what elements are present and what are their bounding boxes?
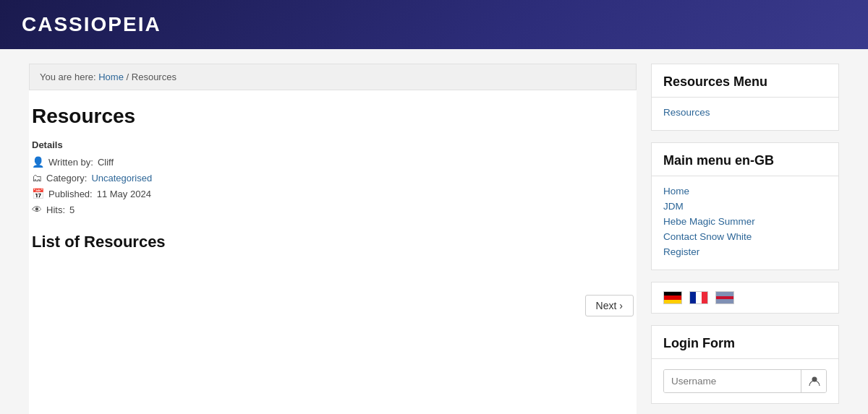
breadcrumb: You are here: Home / Resources: [29, 64, 637, 90]
main-menu-link-jdm[interactable]: JDM: [663, 199, 827, 214]
username-input[interactable]: [664, 370, 801, 392]
breadcrumb-separator: /: [127, 72, 129, 82]
written-by-label: Written by:: [48, 157, 93, 168]
hits-label: Hits:: [46, 204, 65, 215]
login-form-title: Login Form: [652, 326, 838, 359]
resources-menu-title: Resources Menu: [652, 64, 838, 98]
site-logo: CASSIOPEIA: [22, 13, 846, 36]
category-label: Category:: [46, 173, 87, 184]
hits-icon: 👁: [32, 204, 42, 215]
written-by-row: 👤 Written by: Cliff: [32, 156, 634, 168]
category-icon: 🗂: [32, 172, 42, 184]
hits-value: 5: [69, 204, 75, 215]
hits-row: 👁 Hits: 5: [32, 204, 634, 215]
published-label: Published:: [48, 189, 93, 199]
french-flag[interactable]: [689, 291, 708, 304]
page-wrapper: You are here: Home / Resources Resources…: [14, 64, 854, 414]
author-icon: 👤: [32, 156, 44, 168]
written-by-value: Cliff: [98, 157, 114, 168]
site-header: CASSIOPEIA: [0, 0, 868, 49]
published-value: 11 May 2024: [97, 189, 151, 199]
language-flags-card: [651, 282, 839, 314]
flags-body: [652, 283, 838, 313]
list-of-resources-title: List of Resources: [32, 233, 634, 251]
breadcrumb-current: Resources: [132, 72, 176, 82]
german-flag[interactable]: [663, 291, 682, 304]
username-icon: [801, 370, 827, 392]
breadcrumb-prefix: You are here:: [40, 72, 96, 82]
article-section: Resources Details 👤 Written by: Cliff 🗂 …: [29, 105, 637, 331]
main-menu-link-home[interactable]: Home: [663, 184, 827, 199]
username-input-wrap: [663, 369, 827, 393]
main-menu-link-contact-snow-white[interactable]: Contact Snow White: [663, 229, 827, 244]
calendar-icon: 📅: [32, 188, 44, 199]
published-row: 📅 Published: 11 May 2024: [32, 188, 634, 199]
main-menu-body: Home JDM Hebe Magic Summer Contact Snow …: [652, 176, 838, 269]
next-button[interactable]: Next ›: [585, 295, 634, 316]
details-label: Details: [32, 139, 634, 150]
pagination: Next ›: [32, 295, 634, 331]
main-content: You are here: Home / Resources Resources…: [29, 64, 637, 414]
main-menu-link-register[interactable]: Register: [663, 244, 827, 259]
login-form-card: Login Form: [651, 325, 839, 404]
resources-menu-body: Resources: [652, 98, 838, 130]
category-row: 🗂 Category: Uncategorised: [32, 172, 634, 184]
chevron-right-icon: ›: [619, 300, 623, 311]
article-title: Resources: [32, 105, 634, 128]
next-button-label: Next: [596, 300, 617, 311]
resources-menu-card: Resources Menu Resources: [651, 64, 839, 131]
english-flag[interactable]: [715, 291, 734, 304]
main-menu-link-hebe[interactable]: Hebe Magic Summer: [663, 214, 827, 229]
sidebar: Resources Menu Resources Main menu en-GB…: [651, 64, 839, 404]
main-menu-card: Main menu en-GB Home JDM Hebe Magic Summ…: [651, 142, 839, 270]
main-menu-title: Main menu en-GB: [652, 143, 838, 176]
breadcrumb-home-link[interactable]: Home: [98, 72, 124, 82]
resources-menu-link-0[interactable]: Resources: [663, 105, 827, 120]
login-form-body: [652, 359, 838, 403]
category-link[interactable]: Uncategorised: [91, 173, 152, 184]
